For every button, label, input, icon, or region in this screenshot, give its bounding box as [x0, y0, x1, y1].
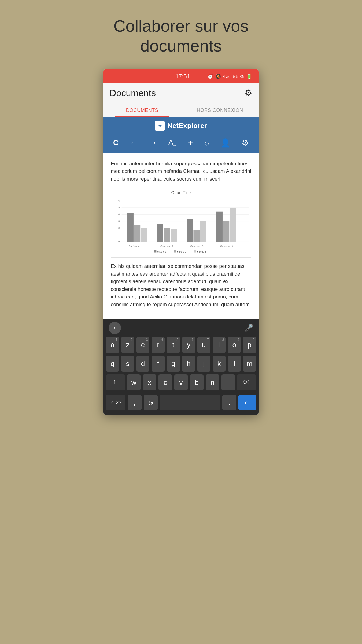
app-header: Documents ⚙ [103, 83, 259, 103]
svg-text:5: 5 [118, 206, 120, 209]
format-c-button[interactable]: C [111, 137, 121, 148]
key-t[interactable]: 5t [167, 337, 180, 353]
shift-key[interactable]: ⇧ [106, 374, 125, 390]
svg-rect-22 [200, 221, 206, 242]
add-button[interactable]: + [186, 137, 195, 149]
period-key[interactable]: . [222, 395, 236, 410]
alarm-icon: ⏰ [207, 73, 213, 79]
phone-mockup: 17:51 ⏰ 🔕 4G↑ 96 % 🔋 Documents ⚙ DOCUMEN… [103, 69, 259, 415]
svg-rect-25 [230, 208, 236, 241]
key-d[interactable]: d [136, 356, 150, 372]
signal-icon: 4G↑ [223, 74, 231, 79]
key-s[interactable]: s [121, 356, 134, 372]
svg-text:Catégorie 1: Catégorie 1 [129, 245, 142, 248]
svg-rect-30 [154, 250, 156, 252]
page-title-line2: documents [140, 36, 221, 55]
keyboard-row-1: 1a 2z 3e 4r 5t 6y 7u 8i 9o 0p [106, 337, 256, 353]
paragraph-1: Eminuit autem inter humilia supergressa … [111, 160, 251, 183]
key-a[interactable]: 1a [106, 337, 119, 353]
user-button[interactable]: 👤 [218, 137, 232, 149]
keyboard-arrow-button[interactable]: › [109, 322, 121, 334]
chart-title: Chart Title [113, 191, 249, 195]
key-b[interactable]: b [190, 374, 204, 390]
key-r[interactable]: 4r [152, 337, 165, 353]
key-y[interactable]: 6y [182, 337, 195, 353]
gear-button[interactable]: ⚙ [239, 137, 251, 149]
svg-text:6: 6 [118, 199, 120, 202]
status-time: 17:51 [158, 73, 207, 80]
comma-key[interactable]: , [128, 395, 142, 410]
key-u[interactable]: 7u [197, 337, 210, 353]
enter-key[interactable]: ↵ [238, 395, 256, 410]
undo-button[interactable]: ← [128, 137, 140, 148]
svg-text:■ Série 1: ■ Série 1 [157, 250, 166, 253]
key-apostrophe[interactable]: ' [221, 374, 235, 390]
svg-text:0: 0 [118, 240, 120, 243]
keyboard-area: › 🎤 1a 2z 3e 4r 5t 6y 7u 8i 9o 0p q s d [103, 319, 259, 415]
keyboard-rows: 1a 2z 3e 4r 5t 6y 7u 8i 9o 0p q s d f g … [103, 337, 259, 390]
key-m[interactable]: m [243, 356, 256, 372]
key-g[interactable]: g [167, 356, 180, 372]
document-content: Eminuit autem inter humilia supergressa … [103, 153, 259, 319]
editor-toolbar: C ← → A✏ + ⌕ 👤 ⚙ [103, 134, 259, 153]
ne-logo-text: NetExplorer [167, 122, 207, 130]
key-o[interactable]: 9o [228, 337, 241, 353]
svg-rect-14 [127, 213, 134, 241]
tabs-bar: DOCUMENTS HORS CONNEXION [103, 103, 259, 117]
key-w[interactable]: w [127, 374, 141, 390]
keyboard-top-row: › 🎤 [103, 319, 259, 337]
key-q[interactable]: q [106, 356, 119, 372]
key-h[interactable]: h [182, 356, 195, 372]
svg-rect-24 [223, 221, 229, 242]
status-icons: ⏰ 🔕 4G↑ 96 % 🔋 [207, 73, 252, 79]
key-v[interactable]: v [174, 374, 188, 390]
svg-rect-19 [171, 229, 177, 241]
keyboard-bottom-row: ?123 , ☺ . ↵ [103, 393, 259, 411]
search-button[interactable]: ⌕ [202, 137, 211, 148]
svg-text:Catégorie 3: Catégorie 3 [190, 245, 204, 248]
key-j[interactable]: j [197, 356, 210, 372]
netexplorer-logo: ✦ NetExplorer [155, 121, 207, 131]
svg-rect-20 [187, 219, 193, 241]
ne-logo-icon: ✦ [155, 121, 165, 131]
svg-text:Catégorie 4: Catégorie 4 [220, 245, 233, 248]
svg-rect-23 [216, 212, 223, 242]
netexplorer-bar: ✦ NetExplorer [103, 117, 259, 134]
chart-container: Chart Title 0 1 2 3 4 5 6 [111, 187, 251, 258]
key-c[interactable]: c [158, 374, 172, 390]
svg-text:1: 1 [118, 233, 120, 236]
tab-hors-connexion[interactable]: HORS CONNEXION [181, 103, 259, 117]
microphone-button[interactable]: 🎤 [244, 324, 253, 332]
key-l[interactable]: l [228, 356, 241, 372]
svg-rect-15 [134, 225, 140, 241]
keyboard-row-2: q s d f g h j k l m [106, 356, 256, 372]
space-key[interactable] [160, 395, 220, 410]
status-bar: 17:51 ⏰ 🔕 4G↑ 96 % 🔋 [103, 69, 259, 83]
text-format-button[interactable]: A✏ [166, 137, 179, 149]
svg-text:■ Série 3: ■ Série 3 [197, 250, 206, 253]
backspace-key[interactable]: ⌫ [237, 374, 256, 390]
key-k[interactable]: k [213, 356, 226, 372]
page-header: Collaborer sur vos documents [113, 16, 248, 56]
svg-text:3: 3 [118, 219, 120, 222]
key-e[interactable]: 3e [136, 337, 150, 353]
key-i[interactable]: 8i [213, 337, 226, 353]
page-title-line1: Collaborer sur vos [113, 17, 248, 35]
key-n[interactable]: n [206, 374, 219, 390]
key-p[interactable]: 0p [243, 337, 256, 353]
svg-rect-21 [193, 230, 200, 242]
emoji-key[interactable]: ☺ [144, 395, 158, 410]
key-f[interactable]: f [152, 356, 165, 372]
svg-text:2: 2 [118, 226, 120, 229]
tab-documents[interactable]: DOCUMENTS [103, 103, 181, 117]
redo-button[interactable]: → [147, 137, 159, 148]
key-x[interactable]: x [143, 374, 156, 390]
settings-gear-icon[interactable]: ⚙ [245, 88, 252, 98]
app-title: Documents [110, 88, 156, 98]
key-z[interactable]: 2z [121, 337, 134, 353]
paragraph-2: Ex his quidam aeternitati se commendari … [111, 262, 251, 308]
svg-rect-32 [174, 250, 176, 252]
svg-text:Catégorie 2: Catégorie 2 [160, 245, 173, 248]
keyboard-row-3: ⇧ w x c v b n ' ⌫ [106, 374, 256, 390]
symbols-key[interactable]: ?123 [106, 395, 125, 410]
